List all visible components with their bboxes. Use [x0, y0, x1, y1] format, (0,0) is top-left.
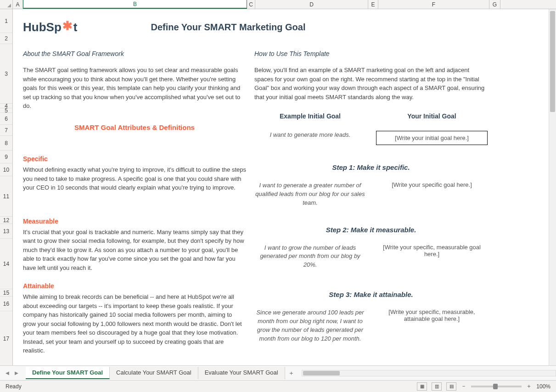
vscroll-thumb[interactable]: [550, 11, 555, 112]
status-text: Ready: [6, 383, 22, 390]
row-header-11[interactable]: 11: [0, 176, 12, 217]
step-example: I want to generate a greater number of q…: [254, 181, 366, 207]
row-header-6[interactable]: 6: [0, 113, 12, 125]
step-your-input[interactable]: [Write your specific goal here.]: [376, 181, 488, 207]
attribute-description: Without defining exactly what you're try…: [23, 165, 246, 192]
step-heading: Step 1: Make it specific.: [254, 163, 488, 171]
row-header-2[interactable]: 2: [0, 33, 12, 44]
tab-nav-prev[interactable]: ◄: [3, 369, 12, 378]
row-header-1[interactable]: 1: [0, 9, 12, 33]
step-example: I want to grow the number of leads gener…: [254, 244, 366, 270]
step-heading: Step 3: Make it attainable.: [254, 291, 488, 298]
example-goal-heading: Example Initial Goal: [254, 112, 366, 120]
about-heading: About the SMART Goal Framework: [23, 50, 246, 57]
column-headers: A B C D E F G: [0, 0, 556, 9]
page-title: Define Your SMART Marketing Goal: [151, 22, 305, 33]
about-text: The SMART goal setting framework allows …: [23, 66, 246, 111]
col-header-E[interactable]: E: [368, 0, 378, 9]
attribute-heading: Specific: [23, 155, 246, 162]
sprocket-icon: ✱: [62, 19, 73, 33]
select-all-corner[interactable]: [0, 0, 13, 9]
row-header-3[interactable]: 3: [0, 44, 12, 104]
normal-view-button[interactable]: ▦: [417, 382, 427, 391]
attribute-description: While aiming to break records can be ben…: [23, 292, 246, 355]
sheet-tab[interactable]: Evaluate Your SMART Goal: [198, 367, 285, 379]
sheet-tabs-bar: ◄ ► Define Your SMART GoalCalculate Your…: [0, 365, 556, 380]
col-header-A[interactable]: A: [13, 0, 23, 9]
row-header-8[interactable]: 8: [0, 136, 12, 151]
your-goal-heading: Your Initial Goal: [376, 112, 488, 120]
col-header-C[interactable]: C: [247, 0, 255, 9]
attribute-heading: Measurable: [23, 218, 246, 225]
step-heading: Step 2: Make it measurable.: [254, 226, 488, 234]
attribute-description: It's crucial that your goal is trackable…: [23, 228, 246, 273]
row-header-16[interactable]: 16: [0, 297, 12, 311]
worksheet-area[interactable]: HubSp✱t Define Your SMART Marketing Goal…: [13, 9, 556, 365]
horizontal-scrollbar[interactable]: [302, 370, 556, 376]
hscroll-thumb[interactable]: [303, 371, 340, 375]
sheet-tab[interactable]: Calculate Your SMART Goal: [110, 367, 198, 379]
attributes-title: SMART Goal Attributes & Definitions: [23, 123, 246, 131]
attribute-heading: Attainable: [23, 282, 246, 290]
zoom-slider-knob[interactable]: [493, 384, 498, 389]
add-sheet-button[interactable]: ＋: [285, 369, 298, 377]
row-header-14[interactable]: 14: [0, 239, 12, 289]
zoom-level[interactable]: 100%: [536, 383, 550, 390]
col-header-F[interactable]: F: [378, 0, 489, 9]
col-header-G[interactable]: G: [489, 0, 500, 9]
logo-text-tail: t: [73, 20, 78, 34]
zoom-in-button[interactable]: ＋: [526, 382, 532, 390]
logo-text: HubSp: [23, 20, 62, 34]
zoom-slider[interactable]: [471, 386, 522, 387]
howto-text: Below, you'll find an example of a SMART…: [254, 66, 488, 101]
row-header-13[interactable]: 13: [0, 224, 12, 239]
row-header-17[interactable]: 17: [0, 311, 12, 366]
hubspot-logo: HubSp✱t: [23, 20, 77, 34]
sheet-tab[interactable]: Define Your SMART Goal: [26, 367, 110, 379]
example-initial-goal: I want to generate more leads.: [254, 131, 366, 139]
row-headers: 12345678910111213141516171819: [0, 9, 13, 365]
row-header-9[interactable]: 9: [0, 151, 12, 163]
row-header-7[interactable]: 7: [0, 125, 12, 136]
page-layout-view-button[interactable]: ▥: [432, 382, 442, 391]
page-break-view-button[interactable]: ▤: [446, 382, 456, 391]
howto-heading: How to Use This Template: [254, 50, 488, 57]
col-header-D[interactable]: D: [255, 0, 368, 9]
your-initial-goal-input[interactable]: [Write your initial goal here.]: [376, 131, 488, 145]
row-header-15[interactable]: 15: [0, 289, 12, 297]
row-header-5[interactable]: 5: [0, 108, 12, 113]
tab-nav-next[interactable]: ►: [12, 369, 21, 378]
step-example: Since we generate around 100 leads per m…: [254, 308, 366, 343]
row-header-10[interactable]: 10: [0, 163, 12, 176]
row-header-12[interactable]: 12: [0, 217, 12, 224]
zoom-out-button[interactable]: －: [461, 382, 466, 390]
vertical-scrollbar[interactable]: [549, 9, 556, 365]
step-your-input[interactable]: [Write your specific, measurable, attain…: [376, 308, 488, 343]
status-bar: Ready ▦ ▥ ▤ － ＋ 100%: [0, 380, 556, 392]
col-header-B[interactable]: B: [23, 0, 247, 9]
step-your-input[interactable]: [Write your specific, measurable goal he…: [376, 244, 488, 270]
